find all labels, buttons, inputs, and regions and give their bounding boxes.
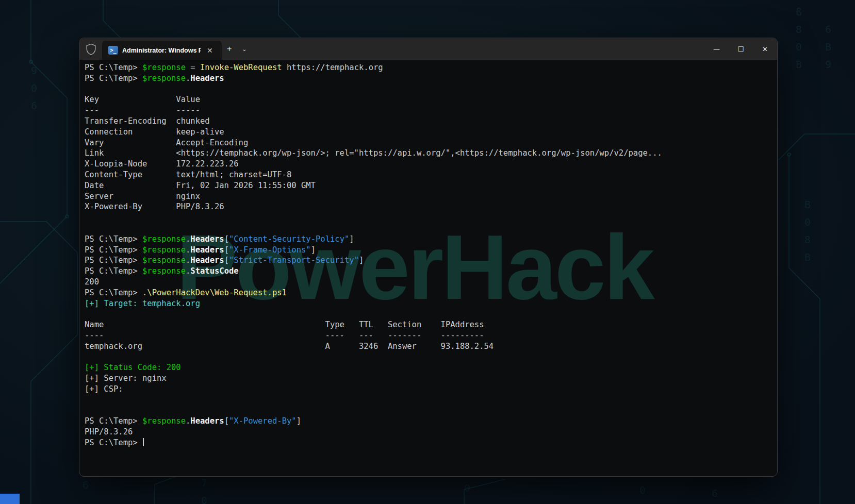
terminal-line: [+] Status Code: 200 [85, 362, 777, 373]
terminal-line: Name Type TTL Section IPAddress [85, 320, 777, 330]
terminal-line: PS C:\Temp> $response.Headers [85, 73, 777, 84]
matrix-glyph-column: ß 8 0 B [796, 3, 802, 73]
terminal-line: PS C:\Temp> $response.Headers["Strict-Tr… [85, 255, 777, 266]
terminal-line [85, 352, 777, 363]
terminal-line: Server nginx [85, 191, 777, 202]
admin-shield-icon [79, 38, 102, 60]
powershell-icon: >_ [108, 46, 118, 55]
terminal-line: Transfer-Encoding chunked [85, 116, 777, 127]
terminal-line: PS C:\Temp> $response.StatusCode [85, 266, 777, 277]
terminal-line: temphack.org A 3246 Answer 93.188.2.54 [85, 341, 777, 352]
terminal-line: PS C:\Temp> [85, 438, 777, 448]
terminal-line [85, 212, 777, 223]
terminal-line: PS C:\Temp> $response.Headers["Content-S… [85, 234, 777, 245]
terminal-line: PS C:\Temp> $response.Headers["X-Frame-O… [85, 245, 777, 256]
tab-dropdown-button[interactable]: ⌄ [237, 44, 252, 55]
terminal-line: 200 [85, 277, 777, 288]
corner-accent-bar [0, 494, 20, 504]
terminal-line: [+] Target: temphack.org [85, 298, 777, 309]
terminal-line: Link <https://temphack.org/wp-json/>; re… [85, 148, 777, 159]
terminal-line: Date Fri, 02 Jan 2026 11:55:00 GMT [85, 180, 777, 191]
terminal-line: PHP/8.3.26 [85, 427, 777, 438]
terminal-line [85, 395, 777, 406]
terminal-window: >_ Administrator: Windows Powe ✕ + ⌄ — ☐… [79, 38, 778, 477]
maximize-button[interactable]: ☐ [729, 38, 753, 60]
terminal-line: Content-Type text/html; charset=UTF-8 [85, 170, 777, 180]
terminal-line: Key Value [85, 94, 777, 105]
terminal-line: PS C:\Temp> .\PowerHackDev\Web-Request.p… [85, 288, 777, 298]
titlebar-drag-area[interactable] [252, 38, 704, 60]
matrix-glyph-column: 6 B 9 [825, 21, 831, 73]
matrix-glyph-column: 6 [712, 484, 718, 502]
terminal-line: ---- ---- --- ------- --------- [85, 330, 777, 341]
matrix-glyph-column: 9 0 6 [31, 62, 37, 114]
new-tab-button[interactable]: + [222, 42, 237, 56]
terminal-line: PS C:\Temp> $response.Headers["X-Powered… [85, 416, 777, 427]
tab-title: Administrator: Windows Powe [122, 47, 201, 54]
terminal-body[interactable]: PowerHack PS C:\Temp> $response = Invoke… [79, 60, 777, 477]
matrix-glyph-column: 7 0 [201, 474, 207, 504]
close-button[interactable]: ✕ [753, 38, 777, 60]
matrix-glyph-column: 0 [464, 479, 470, 497]
terminal-line: X-Powered-By PHP/8.3.26 [85, 201, 777, 212]
text-cursor [143, 438, 144, 446]
terminal-line: X-Loopia-Node 172.22.223.26 [85, 159, 777, 170]
tab-close-icon[interactable]: ✕ [205, 46, 215, 55]
terminal-line [85, 84, 777, 95]
terminal-output: PS C:\Temp> $response = Invoke-WebReques… [85, 62, 777, 448]
terminal-line: --- ----- [85, 105, 777, 116]
terminal-line [85, 406, 777, 416]
terminal-line [85, 309, 777, 320]
terminal-line [85, 223, 777, 234]
terminal-line: [+] CSP: [85, 384, 777, 395]
terminal-line: Vary Accept-Encoding [85, 138, 777, 148]
tab-powershell[interactable]: >_ Administrator: Windows Powe ✕ [102, 41, 222, 60]
titlebar[interactable]: >_ Administrator: Windows Powe ✕ + ⌄ — ☐… [79, 38, 777, 60]
terminal-line: [+] Server: nginx [85, 373, 777, 384]
minimize-button[interactable]: — [704, 38, 729, 60]
terminal-line: Connection keep-alive [85, 127, 777, 138]
terminal-line: PS C:\Temp> $response = Invoke-WebReques… [85, 62, 777, 73]
matrix-glyph-column: B 0 8 B [804, 196, 811, 266]
